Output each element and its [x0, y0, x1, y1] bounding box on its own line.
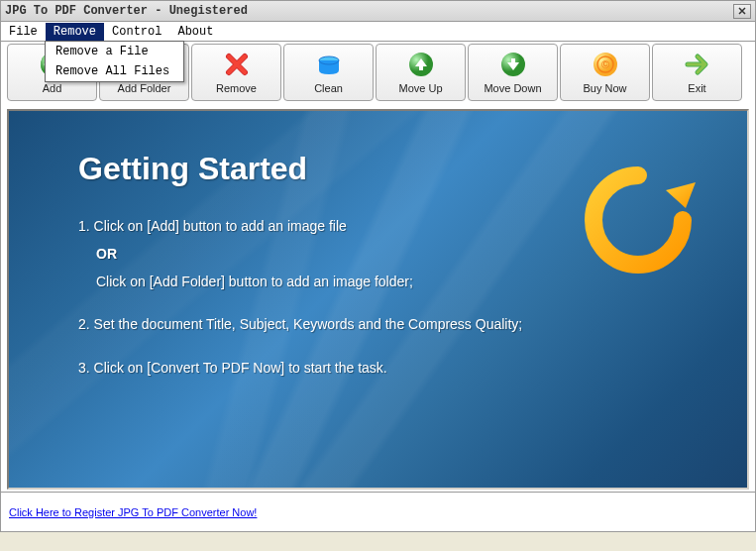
up-icon — [407, 51, 435, 78]
getting-started-panel: Getting Started 1. Click on [Add] button… — [7, 109, 749, 490]
remove-dropdown: Remove a File Remove All Files — [45, 41, 184, 82]
close-button[interactable] — [733, 4, 751, 19]
menu-control[interactable]: Control — [104, 23, 169, 41]
svg-text:©: © — [600, 58, 608, 70]
exit-icon — [684, 51, 711, 78]
remove-label: Remove — [216, 82, 257, 94]
menubar: File Remove Control About Remove a File … — [0, 22, 756, 42]
remove-icon — [223, 51, 251, 78]
step1-or: OR — [96, 243, 678, 267]
clean-button[interactable]: Clean — [283, 44, 374, 101]
move-up-label: Move Up — [398, 82, 442, 94]
buy-now-button[interactable]: © Buy Now — [560, 44, 650, 101]
move-down-label: Move Down — [484, 82, 541, 94]
buy-now-label: Buy Now — [583, 82, 626, 94]
exit-button[interactable]: Exit — [652, 44, 742, 101]
clean-icon — [315, 51, 343, 78]
step-1: 1. Click on [Add] button to add an image… — [78, 215, 678, 293]
clean-label: Clean — [314, 82, 343, 94]
move-down-button[interactable]: Move Down — [468, 44, 558, 101]
add-label: Add — [43, 82, 62, 94]
step1-line2: Click on [Add Folder] button to add an i… — [96, 271, 678, 294]
down-icon — [499, 51, 527, 78]
register-link[interactable]: Click Here to Register JPG To PDF Conver… — [9, 506, 257, 518]
move-up-button[interactable]: Move Up — [376, 44, 466, 101]
step-3: 3. Click on [Convert To PDF Now] to star… — [78, 357, 678, 381]
menu-remove[interactable]: Remove — [46, 23, 104, 41]
step1-line1: 1. Click on [Add] button to add an image… — [78, 218, 347, 234]
add-folder-label: Add Folder — [118, 82, 171, 94]
titlebar: JPG To PDF Converter - Unegistered — [0, 0, 756, 22]
footer: Click Here to Register JPG To PDF Conver… — [0, 493, 756, 532]
step-2: 2. Set the document Title, Subject, Keyw… — [78, 313, 678, 337]
window-title: JPG To PDF Converter - Unegistered — [5, 4, 248, 18]
dropdown-remove-all[interactable]: Remove All Files — [46, 61, 183, 81]
heading: Getting Started — [78, 151, 678, 187]
exit-label: Exit — [688, 82, 705, 94]
close-icon — [738, 7, 746, 15]
remove-button[interactable]: Remove — [191, 44, 281, 101]
menu-file[interactable]: File — [1, 23, 46, 41]
content-area: Getting Started 1. Click on [Add] button… — [0, 105, 756, 493]
coin-icon: © — [592, 51, 619, 78]
menu-about[interactable]: About — [169, 23, 221, 41]
dropdown-remove-file[interactable]: Remove a File — [46, 42, 183, 61]
